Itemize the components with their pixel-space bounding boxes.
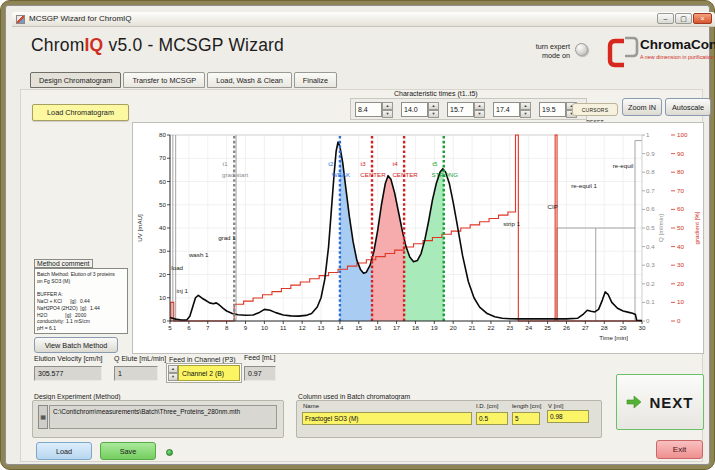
- svg-text:0.4: 0.4: [646, 243, 655, 250]
- region-center: [372, 176, 404, 321]
- method-comment-label: Method comment: [34, 259, 93, 268]
- path-browse-icon[interactable]: ▦: [38, 405, 48, 429]
- char-time-value[interactable]: 17.4: [493, 102, 520, 117]
- svg-text:wash 1: wash 1: [188, 251, 209, 258]
- q-elute-field[interactable]: 1: [114, 366, 158, 381]
- svg-text:0: 0: [163, 317, 167, 324]
- spin-down-icon[interactable]: ▼: [382, 110, 393, 118]
- chromatogram-chart[interactable]: t1grad startt2WEAKt3CENTERt4CENTERt5STRO…: [132, 122, 704, 354]
- svg-text:0.7: 0.7: [646, 187, 655, 194]
- svg-text:0: 0: [646, 317, 650, 324]
- method-path-field[interactable]: C:\Contichrom\measurements\Batch\Three_P…: [49, 405, 277, 429]
- next-arrow-icon: [626, 395, 642, 409]
- logo-tagline: A new dimension in purification: [640, 54, 714, 60]
- feed-field[interactable]: 0.97: [244, 366, 276, 381]
- svg-text:20: 20: [450, 324, 457, 331]
- feed-channel-value[interactable]: Channel 2 (B): [178, 365, 240, 381]
- column-name-header: Name: [303, 403, 319, 409]
- expert-mode-label: turn expert mode on: [514, 42, 570, 61]
- load-chromatogram-button[interactable]: Load Chromatogram: [32, 104, 129, 121]
- svg-text:t5: t5: [432, 160, 438, 167]
- feed-channel-selector[interactable]: ▲ ▼ Channel 2 (B): [166, 363, 242, 383]
- svg-text:12: 12: [299, 324, 306, 331]
- char-time-t4: 17.4▲▼: [493, 102, 531, 117]
- char-time-t2: 14.0▲▼: [401, 102, 439, 117]
- spin-up-icon[interactable]: ▲: [168, 365, 178, 373]
- column-name-cell[interactable]: Fractogel SO3 (M): [302, 412, 472, 425]
- spin-down-icon[interactable]: ▼: [428, 110, 439, 118]
- column-length-header: length [cm]: [512, 403, 541, 409]
- feed-channel-label: Feed in Channel (P3): [169, 356, 236, 363]
- svg-text:80: 80: [159, 131, 166, 138]
- brand-iq: IQ: [85, 35, 104, 55]
- column-id-header: I.D. [cm]: [476, 403, 498, 409]
- spin-up-icon[interactable]: ▲: [428, 102, 439, 110]
- svg-text:t1: t1: [223, 160, 229, 167]
- minimize-button[interactable]: –: [657, 13, 674, 24]
- svg-text:8: 8: [225, 324, 229, 331]
- column-length-cell[interactable]: 5: [512, 412, 540, 425]
- char-time-value[interactable]: 19.5: [539, 102, 566, 117]
- expert-mode-toggle[interactable]: [575, 43, 588, 56]
- cursors-reset-button[interactable]: CURSORS RESET: [572, 103, 618, 116]
- characteristic-times-label: Characteristic times (t1..t5): [394, 90, 478, 97]
- load-button[interactable]: Load: [36, 442, 92, 460]
- svg-text:30: 30: [677, 261, 684, 268]
- save-button[interactable]: Save: [100, 442, 156, 460]
- svg-text:CENTER: CENTER: [392, 171, 418, 178]
- view-batch-method-button[interactable]: View Batch Method: [34, 337, 118, 353]
- svg-text:re-equil 1: re-equil 1: [571, 182, 597, 189]
- chromacon-bracket-icon: [606, 32, 640, 68]
- zoom-in-button[interactable]: Zoom IN: [622, 98, 662, 116]
- svg-text:5: 5: [168, 324, 172, 331]
- elution-velocity-label: Elution Velocity [cm/h]: [34, 355, 102, 362]
- svg-text:26: 26: [563, 324, 570, 331]
- svg-text:Time [min]: Time [min]: [599, 334, 628, 341]
- svg-text:16: 16: [374, 324, 381, 331]
- q-elute-label: Q Elute [mL/min]: [114, 355, 166, 362]
- tab-finalize[interactable]: Finalize: [294, 72, 337, 88]
- next-button[interactable]: NEXT: [616, 374, 704, 430]
- spin-down-icon[interactable]: ▼: [474, 110, 485, 118]
- elution-velocity-field[interactable]: 305.577: [34, 366, 102, 381]
- svg-text:10: 10: [159, 294, 166, 301]
- spin-up-icon[interactable]: ▲: [382, 102, 393, 110]
- svg-text:6: 6: [187, 324, 191, 331]
- spin-down-icon[interactable]: ▼: [168, 373, 178, 381]
- svg-text:Q [ml/min]: Q [ml/min]: [657, 214, 664, 242]
- char-time-value[interactable]: 8.4: [355, 102, 382, 117]
- svg-text:0.5: 0.5: [646, 224, 655, 231]
- svg-text:18: 18: [412, 324, 419, 331]
- svg-text:9: 9: [244, 324, 248, 331]
- tab-bar: Design ChromatogramTransfer to MCSGPLoad…: [30, 72, 337, 88]
- svg-text:28: 28: [601, 324, 608, 331]
- spin-up-icon[interactable]: ▲: [474, 102, 485, 110]
- maximize-button[interactable]: ▢: [675, 13, 692, 24]
- char-time-value[interactable]: 15.7: [447, 102, 474, 117]
- autoscale-button[interactable]: Autoscale: [665, 98, 711, 116]
- svg-text:24: 24: [525, 324, 532, 331]
- tab-load-wash-clean[interactable]: Load, Wash & Clean: [207, 72, 292, 88]
- chromatogram-svg[interactable]: t1grad startt2WEAKt3CENTERt4CENTERt5STRO…: [133, 123, 705, 355]
- char-time-value[interactable]: 14.0: [401, 102, 428, 117]
- tab-design-chromatogram[interactable]: Design Chromatogram: [30, 72, 121, 88]
- next-button-label: NEXT: [649, 394, 693, 411]
- close-button[interactable]: ×: [693, 13, 712, 24]
- column-table-label: Column used in Batch chromatogram: [298, 393, 410, 400]
- tab-transfer-to-mcsgp[interactable]: Transfer to MCSGP: [123, 72, 205, 88]
- title-bar[interactable]: MCSGP Wizard for ChromIQ – ▢ ×: [12, 12, 715, 27]
- svg-text:grad 1: grad 1: [218, 234, 236, 241]
- exit-button[interactable]: Exit: [656, 440, 703, 459]
- method-comment-text[interactable]: Batch Method: Elution of 3 proteins on F…: [34, 268, 128, 334]
- column-volume-cell[interactable]: 0.98: [547, 410, 589, 423]
- spin-up-icon[interactable]: ▲: [520, 102, 531, 110]
- svg-text:20: 20: [677, 280, 684, 287]
- svg-text:WEAK: WEAK: [332, 171, 351, 178]
- svg-text:load: load: [171, 264, 183, 271]
- brand-chrom: Chrom: [31, 35, 85, 55]
- spin-down-icon[interactable]: ▼: [520, 110, 531, 118]
- svg-text:29: 29: [620, 324, 627, 331]
- status-led: [166, 449, 173, 456]
- column-id-cell[interactable]: 0.5: [476, 412, 508, 425]
- page-title: ChromIQ v5.0 - MCSGP Wizard: [31, 35, 284, 56]
